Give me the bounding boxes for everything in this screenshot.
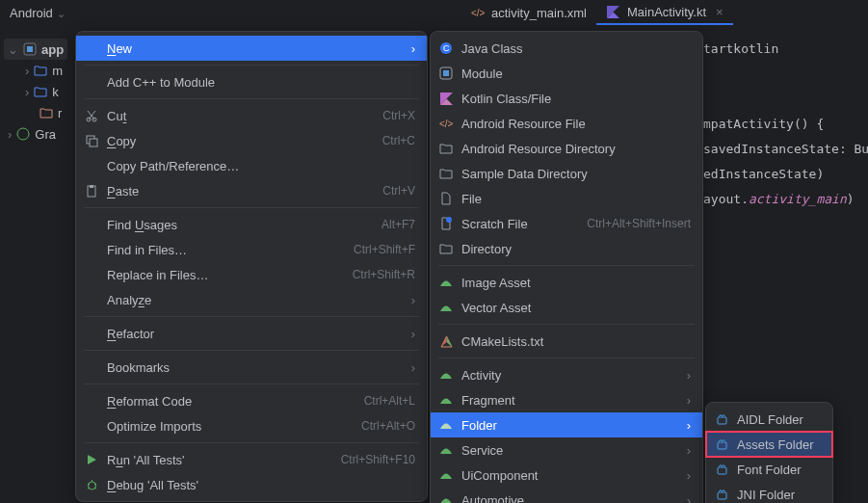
menu-new[interactable]: New ›	[76, 36, 427, 61]
menu-jni-folder[interactable]: JNI Folder	[706, 482, 832, 503]
svg-rect-11	[90, 185, 93, 188]
code-line	[703, 62, 868, 87]
menu-refactor[interactable]: Refactor ›	[76, 321, 427, 346]
svg-point-13	[88, 482, 95, 490]
menu-assets-folder[interactable]: Assets Folder	[706, 432, 832, 457]
tree-node[interactable]: › k	[4, 81, 67, 102]
menu-module[interactable]: Module	[431, 61, 702, 86]
menu-sample-data[interactable]: Sample Data Directory	[431, 161, 702, 186]
gradle-icon	[15, 126, 31, 142]
menu-find-in-files[interactable]: Find in Files… Ctrl+Shift+F	[76, 237, 427, 262]
tab-activity-main[interactable]: </> activity_main.xml	[460, 0, 596, 25]
menu-run-tests[interactable]: Run 'All Tests' Ctrl+Shift+F10	[76, 447, 427, 472]
folder-icon	[438, 141, 454, 156]
svg-rect-26	[718, 442, 726, 449]
tab-main-activity[interactable]: MainActivity.kt ×	[596, 0, 733, 25]
chevron-right-icon: ›	[411, 327, 415, 341]
menu-uicomponent[interactable]: UiComponent›	[431, 463, 702, 488]
menu-service[interactable]: Service›	[431, 437, 702, 463]
blank-icon	[84, 40, 99, 56]
run-icon	[84, 452, 99, 467]
menu-automotive[interactable]: Automotive›	[431, 488, 702, 503]
menu-res-file[interactable]: </>Android Resource File	[431, 111, 702, 136]
project-selector[interactable]: Android	[0, 6, 77, 20]
folder-icon	[33, 84, 48, 99]
menu-add-cpp[interactable]: Add C++ to Module	[76, 69, 427, 94]
code-line: mpatActivity() {	[703, 112, 868, 137]
code-line: tartkotlin	[703, 37, 868, 62]
chevron-right-icon: ›	[8, 127, 12, 142]
code-editor[interactable]: tartkotlin mpatActivity() { savedInstanc…	[703, 37, 868, 212]
menu-reformat[interactable]: Reformat Code Ctrl+Alt+L	[76, 388, 427, 413]
xml-icon: </>	[438, 116, 454, 131]
menu-optimize-imports[interactable]: Optimize Imports Ctrl+Alt+O	[76, 413, 427, 438]
android-icon	[438, 442, 454, 458]
project-name: Android	[10, 6, 53, 20]
menu-file[interactable]: File	[431, 186, 702, 211]
tree-label: Gra	[35, 127, 56, 142]
tree-node[interactable]: r	[4, 102, 67, 123]
menu-kotlin-file[interactable]: Kotlin Class/File	[431, 86, 702, 111]
folder-icon	[438, 166, 454, 181]
menu-java-class[interactable]: CJava Class	[431, 36, 702, 61]
menu-cmake[interactable]: CMakeLists.txt	[431, 329, 702, 354]
menu-debug-tests[interactable]: Debug 'All Tests'	[76, 472, 427, 497]
shortcut: Ctrl+Shift+R	[353, 268, 415, 281]
menu-aidl-folder[interactable]: AIDL Folder	[706, 407, 832, 432]
blank-icon	[84, 267, 99, 282]
blank-icon	[84, 418, 99, 434]
tree-node-app[interactable]: ⌄ app	[4, 39, 67, 60]
menu-copy[interactable]: Copy Ctrl+C	[76, 128, 427, 153]
code-line: savedInstanceState: Bu	[703, 137, 868, 162]
code-line: edInstanceState)	[703, 162, 868, 187]
menu-find-usages[interactable]: Find Usages Alt+F7	[76, 212, 427, 237]
plugin-icon	[714, 411, 729, 427]
menu-analyze[interactable]: Analyze ›	[76, 287, 427, 312]
folder-icon	[33, 63, 48, 78]
kotlin-icon	[438, 91, 454, 106]
menu-directory[interactable]: Directory	[431, 236, 702, 261]
android-icon	[438, 300, 454, 315]
menu-activity[interactable]: Activity›	[431, 362, 702, 387]
context-menu-new: CJava Class Module Kotlin Class/File </>…	[430, 31, 703, 503]
chevron-right-icon: ›	[687, 418, 691, 433]
chevron-right-icon: ›	[411, 293, 415, 307]
menu-font-folder[interactable]: Font Folder	[706, 457, 832, 482]
close-icon[interactable]: ×	[716, 5, 723, 19]
svg-rect-27	[718, 467, 726, 474]
svg-rect-28	[718, 492, 726, 499]
menu-folder[interactable]: Folder›	[431, 412, 702, 437]
menu-image-asset[interactable]: Image Asset	[431, 270, 702, 295]
menu-bookmarks[interactable]: Bookmarks ›	[76, 355, 427, 380]
chevron-right-icon: ›	[687, 493, 691, 504]
tree-node-gradle[interactable]: › Gra	[4, 123, 67, 145]
tab-label: activity_main.xml	[491, 6, 587, 20]
menu-separator	[84, 384, 419, 384]
android-icon	[438, 392, 454, 408]
menu-fragment[interactable]: Fragment›	[431, 387, 702, 412]
editor-tabs: </> activity_main.xml MainActivity.kt ×	[460, 0, 733, 25]
code-line	[703, 87, 868, 112]
svg-rect-25	[718, 417, 726, 424]
menu-res-dir[interactable]: Android Resource Directory	[431, 136, 702, 161]
chevron-right-icon: ›	[687, 368, 691, 383]
menu-paste[interactable]: Paste Ctrl+V	[76, 178, 427, 203]
menu-scratch[interactable]: Scratch FileCtrl+Alt+Shift+Insert	[431, 211, 702, 236]
menu-separator	[84, 65, 419, 66]
copy-icon	[84, 133, 99, 148]
menu-separator	[84, 207, 419, 208]
menu-copy-path[interactable]: Copy Path/Reference…	[76, 153, 427, 178]
menu-replace-in-files[interactable]: Replace in Files… Ctrl+Shift+R	[76, 262, 427, 287]
tree-node[interactable]: › m	[4, 60, 67, 81]
java-class-icon: C	[438, 40, 454, 56]
menu-vector-asset[interactable]: Vector Asset	[431, 295, 702, 320]
blank-icon	[84, 326, 99, 341]
menu-cut[interactable]: Cut Ctrl+X	[76, 103, 427, 128]
file-icon	[438, 191, 454, 206]
svg-point-21	[446, 217, 452, 223]
chevron-right-icon: ›	[687, 393, 691, 408]
svg-text:</>: </>	[439, 119, 453, 129]
shortcut: Alt+F7	[381, 218, 415, 231]
android-icon	[438, 467, 454, 483]
menu-separator	[84, 98, 419, 99]
